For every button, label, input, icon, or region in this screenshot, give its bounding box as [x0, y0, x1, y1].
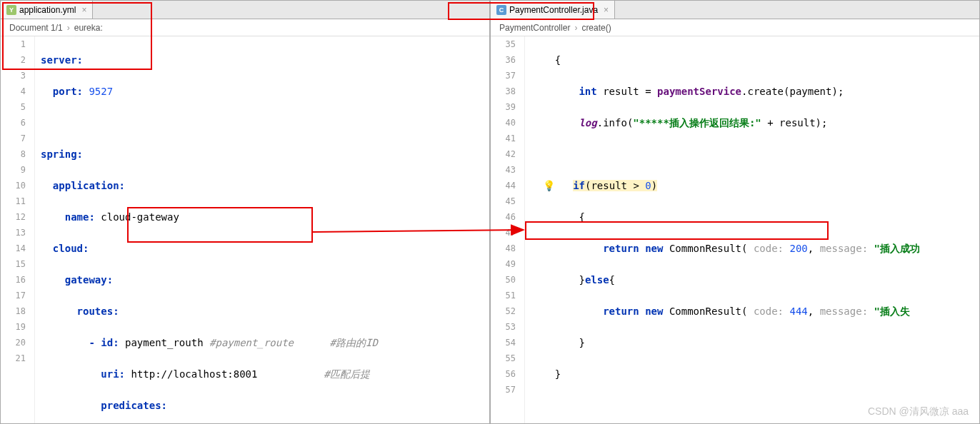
- line-number: 19: [1, 319, 26, 335]
- line-number: 43: [491, 162, 516, 178]
- code-text: {: [555, 54, 561, 66]
- code-text: log: [579, 117, 596, 128]
- code-text: "插入失: [874, 306, 910, 317]
- code-text: code:: [754, 306, 790, 317]
- code-text: 0: [645, 180, 651, 191]
- code-text: return: [603, 306, 645, 317]
- code-text: {: [579, 211, 584, 223]
- line-number: 41: [491, 131, 516, 146]
- right-editor[interactable]: 35 36 37 38 39 40 41 42 43 44 45 46 47 4…: [491, 36, 979, 423]
- code-text: application:: [53, 180, 125, 191]
- code-text: CommonResult(: [669, 306, 754, 317]
- right-breadcrumb[interactable]: PaymentController › create(): [491, 19, 979, 36]
- close-icon[interactable]: ×: [81, 5, 86, 15]
- line-number: 3: [1, 68, 26, 84]
- line-number: 10: [1, 178, 26, 193]
- line-number: 37: [491, 68, 516, 84]
- line-number: 1: [1, 36, 26, 52]
- chevron-right-icon: ›: [67, 23, 70, 33]
- line-number: 50: [491, 272, 516, 288]
- code-text: "插入成功: [874, 243, 920, 254]
- code-text: return: [603, 243, 645, 254]
- code-text: - id:: [89, 337, 125, 348]
- breadcrumb-item[interactable]: Document 1/1: [9, 23, 63, 33]
- code-text: cloud:: [53, 243, 89, 254]
- code-text: paymentService: [657, 86, 741, 97]
- breadcrumb-item[interactable]: eureka:: [74, 23, 103, 33]
- line-number: 53: [491, 319, 516, 335]
- code-text: uri:: [101, 368, 131, 380]
- right-gutter: 35 36 37 38 39 40 41 42 43 44 45 46 47 4…: [491, 36, 525, 423]
- code-text: CommonResult(: [669, 243, 754, 254]
- code-text: .info(: [597, 117, 634, 128]
- code-text: }: [579, 274, 584, 286]
- left-editor-pane: Y application.yml × Document 1/1 › eurek…: [0, 0, 490, 424]
- code-comment: #payment_route #路由的ID: [209, 337, 378, 348]
- code-text: ): [651, 180, 657, 191]
- left-gutter: 1 2 3 4 5 6 7 8 9 10 11 12 13 14 15 16 1…: [1, 36, 35, 423]
- tab-payment-controller[interactable]: C PaymentController.java ×: [491, 1, 615, 19]
- tab-label: application.yml: [19, 5, 76, 15]
- breadcrumb-item[interactable]: PaymentController: [499, 23, 570, 33]
- line-number: 35: [491, 36, 516, 52]
- left-breadcrumb[interactable]: Document 1/1 › eureka:: [1, 19, 489, 36]
- line-number: 9: [1, 162, 26, 178]
- code-text: predicates:: [101, 400, 167, 411]
- code-text: else: [585, 274, 609, 286]
- line-number: 7: [1, 131, 26, 146]
- line-number: 48: [491, 241, 516, 256]
- line-number: 11: [1, 193, 26, 209]
- line-number: 40: [491, 115, 516, 131]
- code-text: server:: [41, 54, 83, 66]
- line-number: 45: [491, 193, 516, 209]
- close-icon[interactable]: ×: [604, 5, 609, 15]
- yaml-file-icon: Y: [6, 5, 16, 15]
- java-class-icon: C: [496, 5, 506, 15]
- light-bulb-icon[interactable]: 💡: [543, 180, 555, 191]
- code-text: new: [645, 306, 669, 317]
- line-number: 18: [1, 303, 26, 319]
- code-text: gateway:: [65, 274, 113, 286]
- right-code[interactable]: { int result = paymentService.create(pay…: [525, 36, 979, 423]
- line-number: 54: [491, 335, 516, 350]
- line-number: 36: [491, 52, 516, 68]
- left-editor[interactable]: 1 2 3 4 5 6 7 8 9 10 11 12 13 14 15 16 1…: [1, 36, 489, 423]
- code-text: int: [579, 86, 596, 97]
- breadcrumb-item[interactable]: create(): [581, 23, 611, 33]
- code-text: name:: [65, 211, 101, 223]
- code-text: spring:: [41, 148, 83, 160]
- line-number: 15: [1, 256, 26, 272]
- code-text: }: [555, 368, 561, 380]
- code-text: cloud-gateway: [101, 211, 179, 223]
- line-number: 42: [491, 146, 516, 162]
- watermark: CSDN @清风微凉 aaa: [868, 405, 969, 418]
- line-number: 13: [1, 225, 26, 241]
- code-text: routes:: [77, 306, 119, 317]
- line-number: 44: [491, 178, 516, 193]
- code-text: 9527: [89, 86, 113, 97]
- line-number: 20: [1, 335, 26, 350]
- code-text: (result >: [585, 180, 645, 191]
- tab-application-yml[interactable]: Y application.yml ×: [1, 1, 93, 19]
- tab-label: PaymentController.java: [509, 5, 598, 15]
- line-number: 46: [491, 209, 516, 225]
- left-tabs: Y application.yml ×: [1, 1, 489, 19]
- code-text: {: [609, 274, 615, 286]
- line-number: 47: [491, 225, 516, 241]
- line-number: 6: [1, 115, 26, 131]
- line-number: 5: [1, 99, 26, 115]
- line-number: 16: [1, 272, 26, 288]
- left-code[interactable]: server: port: 9527 spring: application: …: [35, 36, 489, 423]
- line-number: 2: [1, 52, 26, 68]
- line-number: 55: [491, 350, 516, 366]
- code-text: code:: [754, 243, 790, 254]
- code-text: message:: [820, 243, 874, 254]
- line-number: 17: [1, 288, 26, 303]
- line-number: 21: [1, 350, 26, 366]
- right-editor-pane: C PaymentController.java × PaymentContro…: [490, 0, 980, 424]
- line-number: 38: [491, 84, 516, 99]
- line-number: 39: [491, 99, 516, 115]
- code-text: "*****插入操作返回结果:": [633, 117, 761, 128]
- line-number: 12: [1, 209, 26, 225]
- code-text: new: [645, 243, 669, 254]
